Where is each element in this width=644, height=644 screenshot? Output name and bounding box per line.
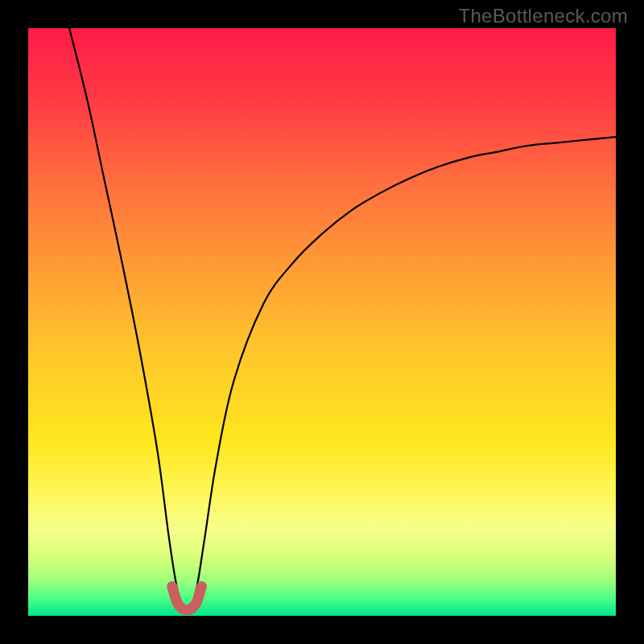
plot-area (28, 28, 616, 616)
chart-frame: TheBottleneck.com (0, 0, 644, 644)
watermark: TheBottleneck.com (458, 5, 628, 27)
bottleneck-curve (28, 28, 616, 616)
